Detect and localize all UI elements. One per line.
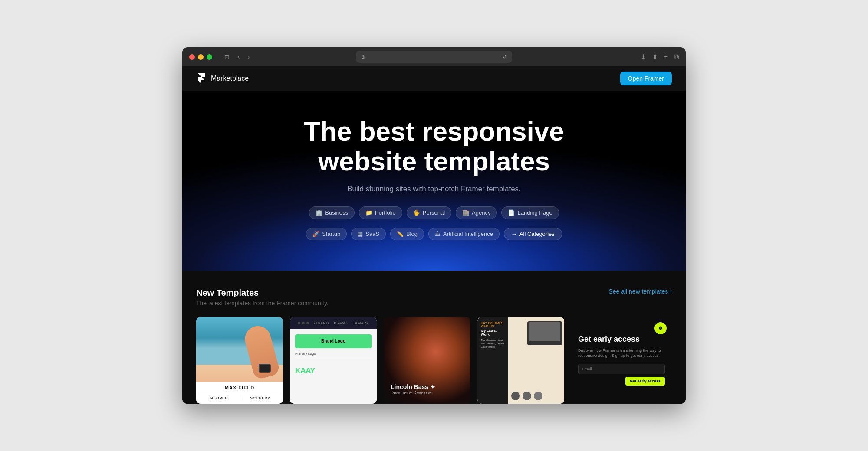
open-framer-button[interactable]: Open Framer	[620, 72, 672, 85]
download-icon[interactable]: ⬇	[641, 53, 646, 61]
browser-content: Marketplace Open Framer The best respons…	[182, 66, 686, 403]
tag-personal-label: Personal	[423, 209, 445, 216]
template-5-headline: Get early access	[578, 335, 665, 344]
security-icon: ⊕	[361, 54, 365, 60]
tag-business[interactable]: 🏢 Business	[309, 206, 355, 219]
nav-title: Marketplace	[211, 75, 249, 82]
template-2-primary: Primary Logo	[295, 352, 372, 356]
template-2-logo-text: Brand Logo	[321, 339, 345, 343]
framer-logo-icon	[196, 73, 207, 84]
tag-startup[interactable]: 🚀 Startup	[306, 228, 347, 240]
dot3	[306, 322, 309, 324]
hero-subtitle: Build stunning sites with top-notch Fram…	[347, 185, 521, 193]
browser-titlebar: ⊞ ‹ › ⊕ ↺ ⬇ ⬆ + ⧉	[182, 47, 686, 66]
section-title: New Templates	[196, 288, 329, 298]
see-all-label: See all new templates	[608, 288, 668, 295]
template-1-cat-scenery: SCENERY	[241, 396, 280, 400]
dot2	[302, 322, 305, 324]
tag-agency-label: Agency	[472, 209, 490, 216]
tag-landing-page-label: Landing Page	[517, 209, 552, 216]
section-header: New Templates The latest templates from …	[196, 288, 672, 307]
share-icon[interactable]: ⬆	[652, 53, 658, 61]
tag-saas[interactable]: ▦ SaaS	[351, 228, 386, 240]
template-4-layout: HAY, I'M JAMES WATSON My Latest Work Tra…	[477, 317, 564, 404]
site-nav: Marketplace Open Framer	[182, 66, 686, 91]
template-2-tabs: STRAND BRAND TAMARA	[312, 321, 368, 325]
forward-button[interactable]: ›	[246, 51, 251, 62]
minimize-button[interactable]	[198, 54, 204, 60]
tag-ai-label: Artificial Intelligence	[443, 231, 493, 237]
tag-agency[interactable]: 🏬 Agency	[456, 206, 497, 219]
business-icon: 🏢	[316, 209, 322, 216]
dot1	[298, 322, 300, 324]
template-5-body: Discover how Framer is transforming the …	[578, 348, 665, 359]
tag-ai[interactable]: 🏛 Artificial Intelligence	[428, 228, 500, 240]
template-3-background: Lincoln Bass ✦ Designer & Developer	[384, 317, 470, 404]
tag-blog[interactable]: ✏️ Blog	[390, 228, 424, 240]
traffic-lights	[189, 54, 212, 60]
category-tags: 🏢 Business 📁 Portfolio 🖐 Personal 🏬 Agen…	[282, 206, 586, 240]
tag-saas-label: SaaS	[365, 231, 379, 237]
template-card-lincoln-bass[interactable]: Lincoln Bass ✦ Designer & Developer	[384, 317, 470, 404]
templates-section: New Templates The latest templates from …	[182, 271, 686, 404]
tag-personal[interactable]: 🖐 Personal	[407, 206, 451, 219]
template-1-name: MAX FIELD	[200, 385, 279, 393]
kaay-wordmark: KAAY	[295, 366, 315, 376]
template-4-avatar-row	[511, 392, 542, 400]
template-5-logo: ψ	[654, 322, 667, 334]
template-2-body: Brand Logo Primary Logo KAAY	[290, 329, 377, 404]
template-3-name: Lincoln Bass ✦	[391, 383, 464, 390]
templates-grid: MAX FIELD PEOPLE SCENERY	[196, 317, 672, 404]
tabs-icon[interactable]: ⧉	[674, 53, 679, 61]
add-tab-icon[interactable]: +	[664, 53, 668, 61]
address-bar-container: ⊕ ↺	[356, 51, 512, 63]
see-all-link[interactable]: See all new templates ›	[608, 288, 672, 295]
template-4-main	[508, 317, 564, 404]
see-all-arrow: ›	[670, 288, 672, 295]
back-button[interactable]: ‹	[236, 51, 241, 62]
address-bar[interactable]: ⊕ ↺	[356, 51, 512, 63]
tag-all-categories[interactable]: → All Categories	[504, 228, 562, 240]
section-subtitle: The latest templates from the Framer com…	[196, 300, 329, 307]
tag-portfolio-label: Portfolio	[375, 209, 396, 216]
agency-icon: 🏬	[462, 209, 469, 216]
template-card-early-access[interactable]: ψ Get early access Discover how Framer i…	[571, 317, 672, 404]
template-2-divider	[295, 359, 372, 359]
template-1-categories: PEOPLE SCENERY	[200, 396, 279, 400]
nav-logo: Marketplace	[196, 73, 249, 84]
tag-landing-page[interactable]: 📄 Landing Page	[501, 206, 559, 219]
sidebar-toggle-button[interactable]: ⊞	[223, 52, 231, 62]
close-button[interactable]	[189, 54, 195, 60]
tab-strand: STRAND	[312, 321, 329, 325]
hero-title-line1: The best responsive	[304, 116, 564, 146]
template-4-person-name: My Latest Work	[481, 329, 504, 337]
template-5-logo-letter: ψ	[659, 326, 662, 330]
template-2-logo-area: Brand Logo	[295, 334, 372, 348]
section-title-group: New Templates The latest templates from …	[196, 288, 329, 307]
template-4-logo-text: HAY, I'M JAMES WATSON	[481, 321, 504, 327]
saas-icon: ▦	[358, 231, 363, 237]
maximize-button[interactable]	[207, 54, 212, 60]
browser-actions: ⬇ ⬆ + ⧉	[641, 53, 679, 61]
arrow-right-icon: →	[511, 231, 517, 237]
template-5-get-access-button[interactable]: Get early access	[625, 377, 665, 386]
template-5-email-input[interactable]	[578, 364, 665, 374]
tag-portfolio[interactable]: 📁 Portfolio	[359, 206, 402, 219]
refresh-icon[interactable]: ↺	[503, 54, 507, 60]
personal-icon: 🖐	[413, 209, 420, 216]
browser-window: ⊞ ‹ › ⊕ ↺ ⬇ ⬆ + ⧉ Marketplace	[182, 47, 686, 403]
hero-section: The best responsive website templates Bu…	[182, 91, 686, 270]
template-card-portfolio-work[interactable]: HAY, I'M JAMES WATSON My Latest Work Tra…	[477, 317, 564, 404]
template-2-header: STRAND BRAND TAMARA	[290, 317, 377, 329]
template-1-overlay: MAX FIELD PEOPLE SCENERY	[196, 382, 283, 404]
startup-icon: 🚀	[312, 231, 319, 237]
landing-page-icon: 📄	[508, 209, 515, 216]
blog-icon: ✏️	[397, 231, 404, 237]
template-card-max-field[interactable]: MAX FIELD PEOPLE SCENERY	[196, 317, 283, 404]
template-3-role: Designer & Developer	[391, 390, 464, 395]
template-card-kaay[interactable]: STRAND BRAND TAMARA Brand Logo Primary L…	[290, 317, 377, 404]
tab-brand: BRAND	[334, 321, 348, 325]
avatar-1	[511, 392, 520, 400]
hero-title-line2: website templates	[318, 146, 550, 176]
template-2-dots	[298, 322, 309, 324]
